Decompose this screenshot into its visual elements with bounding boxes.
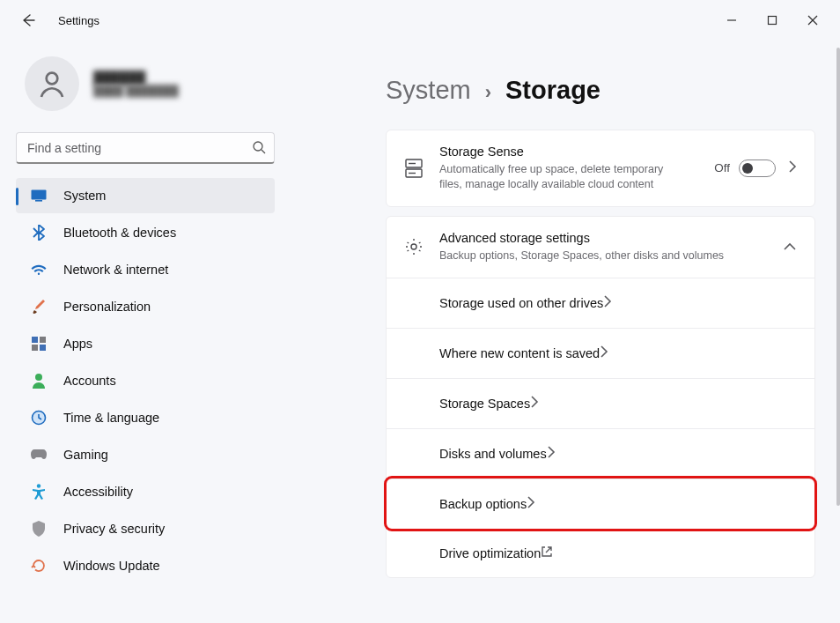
bluetooth-icon (30, 225, 48, 241)
storage-sense-title: Storage Sense (439, 145, 677, 159)
nav-network[interactable]: Network & internet (16, 252, 275, 287)
backup-options[interactable]: Backup options (387, 478, 814, 529)
page-title: Storage (505, 76, 601, 105)
clock-icon (30, 410, 48, 426)
svg-rect-7 (32, 190, 47, 200)
close-button[interactable] (792, 6, 833, 34)
nav-list: System Bluetooth & devices Network & int… (16, 178, 291, 583)
breadcrumb: System › Storage (386, 76, 815, 105)
brush-icon (30, 299, 48, 315)
titlebar: Settings (0, 0, 840, 41)
gamepad-icon (30, 449, 48, 461)
accessibility-icon (30, 484, 48, 500)
sidebar: ██████ ████ ███████ System Bluetooth & d… (0, 41, 291, 623)
main-panel: System › Storage Storage Sense Automatic… (291, 41, 840, 623)
svg-rect-12 (40, 345, 46, 351)
svg-rect-10 (40, 337, 46, 343)
chevron-right-icon (603, 294, 612, 312)
storage-other-drives[interactable]: Storage used on other drives (387, 278, 814, 328)
nav-label: Gaming (63, 448, 108, 462)
profile-subtitle: ████ ███████ (93, 85, 179, 97)
nav-label: Personalization (63, 300, 151, 314)
nav-accounts[interactable]: Accounts (16, 363, 275, 398)
window-title: Settings (58, 14, 99, 27)
chevron-up-icon (783, 239, 797, 255)
nav-label: Apps (63, 337, 92, 351)
toggle-state-label: Off (714, 161, 730, 174)
svg-point-13 (35, 374, 42, 381)
svg-point-4 (47, 73, 58, 85)
wifi-icon (30, 263, 48, 276)
nav-bluetooth[interactable]: Bluetooth & devices (16, 215, 275, 250)
shield-icon (30, 521, 48, 537)
update-icon (30, 558, 48, 574)
advanced-desc: Backup options, Storage Spaces, other di… (439, 248, 724, 263)
advanced-storage-card: Advanced storage settings Backup options… (386, 216, 815, 578)
storage-spaces[interactable]: Storage Spaces (387, 378, 814, 428)
nav-label: Privacy & security (63, 522, 165, 536)
person-icon (30, 373, 48, 389)
chevron-right-icon (600, 345, 608, 362)
storage-sense-toggle[interactable] (739, 159, 776, 177)
nav-label: System (63, 189, 106, 203)
nav-label: Accessibility (63, 485, 133, 499)
search-input[interactable] (16, 132, 275, 164)
storage-sense-desc: Automatically free up space, delete temp… (439, 162, 677, 192)
nav-label: Bluetooth & devices (63, 226, 176, 240)
search-box[interactable] (16, 132, 275, 164)
advanced-title: Advanced storage settings (439, 231, 724, 245)
nav-label: Windows Update (63, 559, 160, 573)
nav-windows-update[interactable]: Windows Update (16, 548, 275, 583)
nav-privacy[interactable]: Privacy & security (16, 511, 275, 546)
chevron-right-icon (788, 159, 797, 177)
chevron-right-icon (547, 445, 556, 463)
nav-accessibility[interactable]: Accessibility (16, 474, 275, 509)
svg-line-6 (262, 150, 265, 153)
nav-label: Time & language (63, 411, 159, 425)
nav-gaming[interactable]: Gaming (16, 437, 275, 472)
breadcrumb-parent[interactable]: System (386, 76, 471, 105)
back-button[interactable] (18, 10, 39, 31)
gear-icon (404, 238, 424, 256)
apps-icon (30, 337, 48, 351)
nav-apps[interactable]: Apps (16, 326, 275, 361)
minimize-button[interactable] (711, 6, 752, 34)
disks-and-volumes[interactable]: Disks and volumes (387, 428, 814, 478)
nav-label: Accounts (63, 374, 116, 388)
avatar (25, 56, 79, 111)
maximize-button[interactable] (752, 6, 792, 34)
storage-sense-card[interactable]: Storage Sense Automatically free up spac… (386, 130, 815, 207)
nav-system[interactable]: System (16, 178, 275, 213)
system-icon (30, 189, 48, 202)
storage-icon (404, 159, 424, 178)
profile-block[interactable]: ██████ ████ ███████ (25, 56, 291, 111)
chevron-right-icon (527, 495, 535, 513)
nav-time-language[interactable]: Time & language (16, 400, 275, 435)
nav-personalization[interactable]: Personalization (16, 289, 275, 324)
chevron-right-icon: › (485, 81, 491, 104)
profile-name: ██████ (93, 70, 179, 85)
drive-optimization[interactable]: Drive optimization (387, 529, 814, 577)
scrollbar[interactable] (835, 41, 840, 623)
svg-point-5 (254, 142, 262, 151)
svg-rect-11 (32, 345, 38, 351)
nav-label: Network & internet (63, 263, 168, 277)
svg-point-20 (411, 244, 416, 249)
svg-rect-1 (769, 17, 777, 25)
chevron-right-icon (530, 395, 539, 412)
advanced-storage-header[interactable]: Advanced storage settings Backup options… (387, 217, 814, 278)
where-new-content-saved[interactable]: Where new content is saved (387, 328, 814, 378)
svg-rect-8 (35, 200, 42, 202)
search-icon (252, 140, 266, 158)
external-link-icon (541, 545, 553, 561)
svg-rect-9 (32, 337, 38, 343)
svg-point-15 (37, 484, 41, 487)
